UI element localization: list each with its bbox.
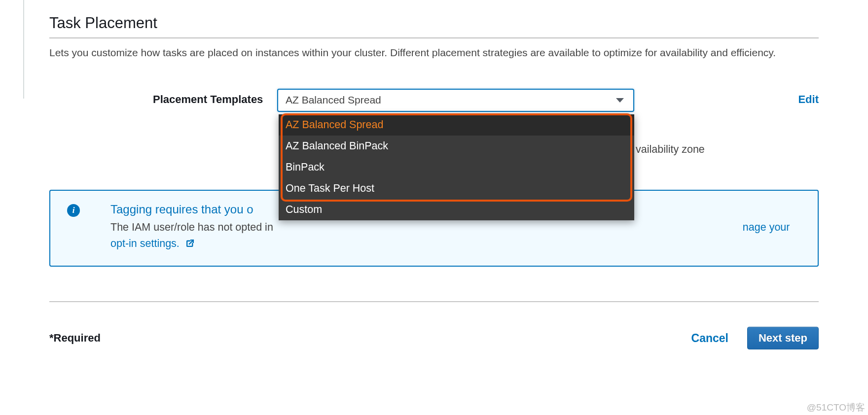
placement-edit-col: Edit <box>758 89 819 110</box>
dropdown-option-az-balanced-spread[interactable]: AZ Balanced Spread <box>279 114 634 136</box>
cancel-button[interactable]: Cancel <box>691 332 728 345</box>
left-divider <box>23 0 24 99</box>
placement-templates-field: AZ Balanced Spread AZ Balanced Spread AZ… <box>277 89 758 112</box>
dropdown-option-one-task-per-host[interactable]: One Task Per Host <box>279 178 634 199</box>
chevron-down-icon <box>616 98 624 103</box>
watermark: @51CTO博客 <box>807 401 865 414</box>
info-body-text: The IAM user/role has not opted in <box>110 221 273 233</box>
dropdown-option-az-balanced-binpack[interactable]: AZ Balanced BinPack <box>279 136 634 157</box>
footer-row: *Required Cancel Next step <box>49 327 819 349</box>
placement-templates-row: Placement Templates AZ Balanced Spread A… <box>49 89 819 112</box>
section-description: Lets you customize how tasks are placed … <box>49 45 819 61</box>
edit-link[interactable]: Edit <box>798 93 819 105</box>
info-body: The IAM user/role has not opted in nage … <box>110 219 801 252</box>
main-content: Task Placement Lets you customize how ta… <box>49 14 819 349</box>
placement-templates-value: AZ Balanced Spread <box>286 94 381 106</box>
section-title-underline <box>49 37 819 38</box>
footer-divider <box>49 301 819 302</box>
required-label: *Required <box>49 332 101 345</box>
section-title: Task Placement <box>49 14 819 32</box>
footer-actions: Cancel Next step <box>691 327 819 349</box>
dropdown-option-binpack[interactable]: BinPack <box>279 157 634 178</box>
placement-templates-label: Placement Templates <box>153 93 263 105</box>
placement-templates-label-col: Placement Templates <box>49 89 277 110</box>
external-link-icon <box>185 239 195 248</box>
next-step-button[interactable]: Next step <box>747 327 819 349</box>
dropdown-option-custom[interactable]: Custom <box>279 199 634 220</box>
placement-templates-dropdown: AZ Balanced Spread AZ Balanced BinPack B… <box>279 114 634 220</box>
help-text-availability-zone: vailability zone <box>636 143 868 156</box>
info-icon: i <box>67 204 80 217</box>
placement-templates-select[interactable]: AZ Balanced Spread <box>277 89 634 112</box>
